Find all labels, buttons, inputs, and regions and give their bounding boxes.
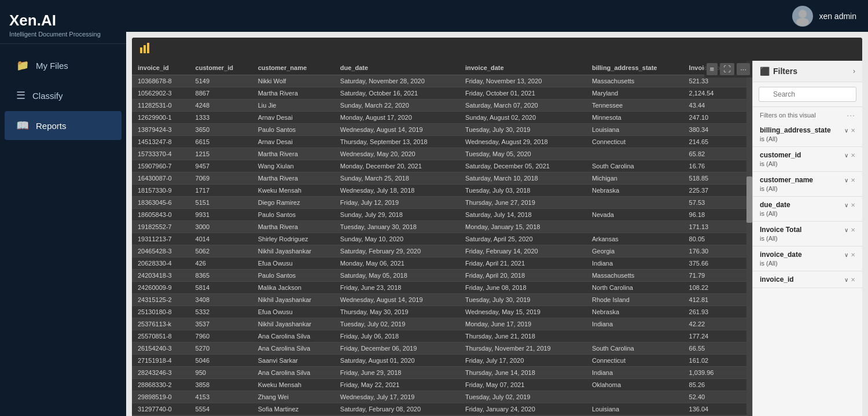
filter-item-controls: ∨ ✕ [844,152,855,159]
svg-point-0 [799,10,807,18]
filter-chevron-icon[interactable]: ∨ [844,277,848,283]
table-cell: 16430087-0 [132,172,190,185]
table-cell: Nikki Wolf [252,75,334,87]
table-cell: Nebraska [586,185,683,197]
table-cell: Paulo Santos [252,124,334,136]
table-cell: Connecticut [586,355,683,367]
table-cell: 8365 [190,270,252,282]
sidebar-item-my-files[interactable]: 📁 My Files [5,51,122,80]
filter-clear-icon[interactable]: ✕ [851,227,855,233]
filter-item[interactable]: customer_name ∨ ✕ is (All) [753,172,862,197]
table-cell: 950 [190,367,252,379]
filter-chevron-icon[interactable]: ∨ [844,177,848,183]
table-cell: Ana Carolina Silva [252,343,334,355]
table-cell: 71.79 [683,270,746,282]
filter-collapse-icon[interactable]: › [853,67,855,75]
svg-rect-2 [140,47,142,53]
filter-clear-icon[interactable]: ✕ [851,152,855,159]
filter-item[interactable]: invoice_date ∨ ✕ is (All) [753,246,862,271]
filter-clear-icon[interactable]: ✕ [851,252,855,258]
table-cell: 5046 [190,355,252,367]
table-cell: Friday, July 06, 2018 [334,330,459,343]
table-row: 24315125-23408Nikhil JayashankarWednesda… [132,294,746,306]
sidebar-item-reports[interactable]: 📖 Reports [5,111,122,140]
filter-item[interactable]: invoice_id ∨ ✕ [753,271,862,288]
table-cell: Michigan [586,172,683,185]
table-cell: Nebraska [586,306,683,318]
table-cell: Louisiana [586,403,683,415]
table-cell: Friday, May 22, 2021 [334,379,459,391]
filter-clear-icon[interactable]: ✕ [851,127,855,134]
table-scroll-area[interactable]: invoice_id customer_id customer_name due… [132,61,746,416]
sidebar-item-classify[interactable]: ☰ Classify [5,81,122,110]
table-cell: 1215 [190,148,252,160]
filter-item[interactable]: billing_address_state ∨ ✕ is (All) [753,122,862,147]
main-content: xen admin ≡ [126,0,868,416]
table-cell: Nikhil Jayashankar [252,294,334,306]
table-cell: 15733370-4 [132,148,190,160]
filter-title: ⬛ Filters [760,67,797,76]
table-cell: 11282531-0 [132,100,190,112]
sidebar: Xen.AI Intelligent Document Processing 📁… [0,0,126,416]
table-cell: 80.05 [683,233,746,245]
scrollbar-thumb[interactable] [746,176,752,223]
table-cell: Sunday, May 10, 2020 [334,233,459,245]
table-row: 13879424-33650Paulo SantosWednesday, Aug… [132,124,746,136]
filter-item-value: is (All) [760,260,855,267]
filter-item-controls: ∨ ✕ [844,177,855,183]
table-cell: Indiana [586,367,683,379]
filter-item-name: invoice_date [760,251,802,259]
table-cell: 5149 [190,75,252,87]
table-cell: Kweku Mensah [252,379,334,391]
filter-item-name: Invoice Total [760,226,801,234]
table-row: 15907960-79457Wang XiulanMonday, Decembe… [132,160,746,172]
table-cell: Saturday, August 01, 2020 [334,355,459,367]
table-cell: 10562902-3 [132,87,190,100]
filter-list-button[interactable]: ≡ [707,63,718,75]
table-row: 18157330-91717Kweku MensahWednesday, Jul… [132,185,746,197]
filter-item-name: invoice_id [760,275,794,284]
expand-button[interactable]: ⛶ [720,63,734,75]
filter-clear-icon[interactable]: ✕ [851,177,855,183]
table-cell: Arnav Desai [252,136,334,148]
table-row: 28868330-23858Kweku MensahFriday, May 22… [132,379,746,391]
table-cell: Tuesday, January 30, 2018 [334,221,459,233]
table-scrollbar[interactable] [746,61,752,416]
filter-item[interactable]: due_date ∨ ✕ is (All) [753,197,862,222]
filter-header: ⬛ Filters › [753,61,862,82]
filter-chevron-icon[interactable]: ∨ [844,127,848,134]
table-cell: Tuesday, July 03, 2018 [459,185,586,197]
table-cell: 2,124.54 [683,87,746,100]
table-cell: Maryland [586,87,683,100]
table-row: 20465428-35062Nikhil JayashankarSaturday… [132,245,746,257]
table-cell: 1,039.96 [683,367,746,379]
table-cell: Wednesday, May 20, 2020 [334,148,459,160]
table-cell: Efua Owusu [252,306,334,318]
table-row: 20628330-4426Efua OwusuMonday, May 06, 2… [132,257,746,270]
filter-chevron-icon[interactable]: ∨ [844,252,848,258]
classify-icon: ☰ [16,89,25,102]
filter-clear-icon[interactable]: ✕ [851,277,855,283]
filter-item-name: billing_address_state [760,126,831,134]
table-cell: Tuesday, July 30, 2019 [459,294,586,306]
filter-search-container: 🔍 [753,82,862,107]
table-cell: Indiana [586,318,683,330]
table-cell: Sunday, March 25, 2018 [334,172,459,185]
table-cell: Arnav Desai [252,112,334,124]
table-cell: 380.34 [683,124,746,136]
filter-clear-icon[interactable]: ✕ [851,202,855,208]
filter-item[interactable]: customer_id ∨ ✕ is (All) [753,147,862,172]
filter-chevron-icon[interactable]: ∨ [844,202,848,208]
filter-search-input[interactable] [759,87,856,102]
filter-item[interactable]: Invoice Total ∨ ✕ is (All) [753,222,862,246]
table-cell: Friday, April 20, 2018 [459,270,586,282]
more-options-button[interactable]: ··· [737,63,750,75]
filter-more-icon[interactable]: ··· [847,111,855,120]
table-cell: Connecticut [586,136,683,148]
filter-chevron-icon[interactable]: ∨ [844,227,848,233]
table-cell: Martha Rivera [252,221,334,233]
content-area: ≡ ⛶ ··· invoice_id customer_id customer_… [126,32,868,416]
table-cell: 19182552-7 [132,221,190,233]
table-cell: Paulo Santos [252,270,334,282]
filter-chevron-icon[interactable]: ∨ [844,152,848,159]
